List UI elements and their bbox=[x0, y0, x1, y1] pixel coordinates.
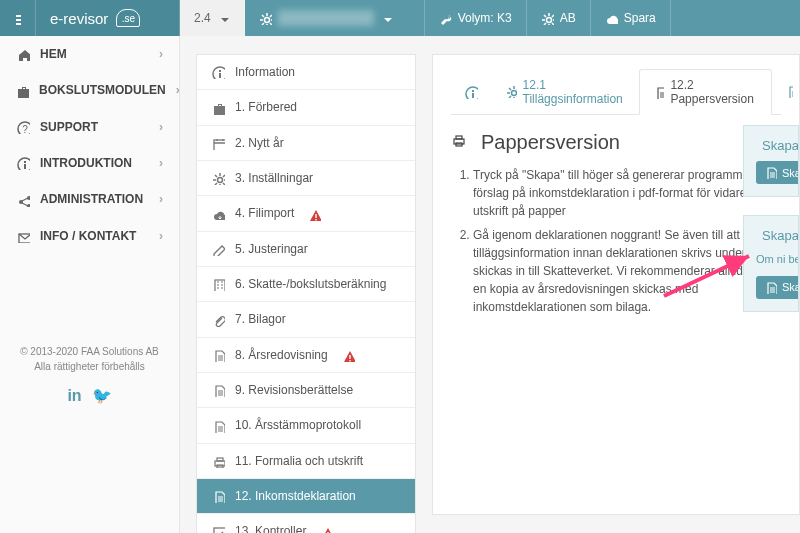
sidebar-item-bokslutsmodulen[interactable]: BOKSLUTSMODULEN› bbox=[0, 72, 179, 108]
doc-icon bbox=[654, 86, 664, 99]
mail-icon bbox=[16, 229, 30, 243]
client-name-blurred: hidden bbox=[278, 10, 374, 26]
tab-elektronisk[interactable]: 12.2 Elekt bbox=[772, 70, 800, 114]
version-label: 2.4 bbox=[194, 11, 211, 25]
sidebar-item-label: HEM bbox=[40, 47, 67, 61]
step-label: Information bbox=[235, 65, 295, 79]
step-item-4[interactable]: 4. Filimport bbox=[197, 196, 415, 231]
chevron-down-icon bbox=[380, 12, 393, 25]
volym-button[interactable]: Volym: K3 bbox=[425, 0, 527, 36]
step-item-2[interactable]: 2. Nytt år bbox=[197, 126, 415, 161]
step-item-0[interactable]: Information bbox=[197, 55, 415, 90]
step-label: 2. Nytt år bbox=[235, 136, 284, 150]
ab-label: AB bbox=[560, 11, 576, 25]
step-item-11[interactable]: 11. Formalia och utskrift bbox=[197, 444, 415, 479]
step-label: 3. Inställningar bbox=[235, 171, 313, 185]
doc-icon bbox=[786, 85, 794, 98]
btn-label: Skapa bbox=[782, 281, 799, 293]
warning-icon bbox=[342, 348, 355, 362]
copyright-line1: © 2013-2020 FAA Solutions AB bbox=[0, 344, 179, 359]
sidebar-item-support[interactable]: SUPPORT› bbox=[0, 109, 179, 145]
volym-label: Volym: K3 bbox=[458, 11, 512, 25]
spara-label: Spara bbox=[624, 11, 656, 25]
step-item-1[interactable]: 1. Förbered bbox=[197, 90, 415, 125]
menu-toggle-button[interactable] bbox=[0, 0, 36, 36]
briefcase-icon bbox=[16, 83, 29, 97]
step-label: 4. Filimport bbox=[235, 206, 294, 220]
bars-icon bbox=[14, 12, 21, 25]
step-label: 5. Justeringar bbox=[235, 242, 308, 256]
step-item-3[interactable]: 3. Inställningar bbox=[197, 161, 415, 196]
skapa-card-2: Skapa Om ni behöver någon anledning viss… bbox=[743, 215, 799, 312]
chevron-right-icon: › bbox=[159, 47, 163, 61]
skapa-button-1[interactable]: Skapa bbox=[756, 161, 799, 184]
step-label: 9. Revisionsberättelse bbox=[235, 383, 353, 397]
chevron-right-icon: › bbox=[159, 120, 163, 134]
chevron-right-icon: › bbox=[159, 156, 163, 170]
ab-button[interactable]: AB bbox=[527, 0, 591, 36]
instruction-2: Gå igenom deklarationen noggrant! Se äve… bbox=[473, 226, 773, 316]
client-selector[interactable]: hidden bbox=[245, 0, 425, 36]
skapa-card-1: Skapa Skapa bbox=[743, 125, 799, 197]
linkedin-icon[interactable]: in bbox=[67, 384, 81, 408]
info-icon bbox=[16, 156, 30, 170]
spara-button[interactable]: Spara bbox=[591, 0, 671, 36]
step-label: 12. Inkomstdeklaration bbox=[235, 489, 356, 503]
sidebar-item-info-kontakt[interactable]: INFO / KONTAKT› bbox=[0, 218, 179, 254]
step-item-9[interactable]: 9. Revisionsberättelse bbox=[197, 373, 415, 408]
step-label: 8. Årsredovisning bbox=[235, 348, 328, 362]
wrench-icon bbox=[439, 12, 452, 25]
step-item-8[interactable]: 8. Årsredovisning bbox=[197, 338, 415, 373]
briefcase-icon bbox=[211, 100, 225, 114]
sidebar-item-hem[interactable]: HEM› bbox=[0, 36, 179, 72]
check-icon bbox=[211, 524, 225, 533]
gear-icon bbox=[506, 85, 517, 98]
warning-icon bbox=[308, 206, 321, 220]
version-selector[interactable]: 2.4 bbox=[180, 0, 245, 36]
edit-icon bbox=[211, 242, 225, 256]
skapa-button-2[interactable]: Skapa bbox=[756, 276, 799, 299]
card-title: Skapa bbox=[762, 138, 799, 153]
body-text: Tryck på "Skapa" till höger så genererar… bbox=[451, 166, 781, 316]
doc-icon bbox=[764, 281, 777, 294]
sidebar-item-label: SUPPORT bbox=[40, 120, 98, 134]
print-icon bbox=[211, 454, 225, 468]
home-icon bbox=[16, 47, 30, 61]
step-label: 1. Förbered bbox=[235, 100, 297, 114]
step-item-10[interactable]: 10. Årsstämmoprotokoll bbox=[197, 408, 415, 443]
gear-icon bbox=[259, 12, 272, 25]
step-item-6[interactable]: 6. Skatte-/bokslutsberäkning bbox=[197, 267, 415, 302]
tabs: 12.1 Tilläggsinformation 12.2 Pappersver… bbox=[451, 69, 781, 115]
copyright-line2: Alla rättigheter förbehålls bbox=[0, 359, 179, 374]
sidebar-item-introduktion[interactable]: INTRODUKTION› bbox=[0, 145, 179, 181]
doc-icon bbox=[211, 383, 225, 397]
logo[interactable]: e-revisor.se bbox=[36, 0, 180, 36]
step-label: 6. Skatte-/bokslutsberäkning bbox=[235, 277, 386, 291]
card-text: Om ni behöver någon anledning vissa just… bbox=[756, 251, 786, 268]
question-icon bbox=[16, 120, 30, 134]
topbar: e-revisor.se 2.4 hidden Volym: K3 AB Spa… bbox=[0, 0, 800, 36]
footer: © 2013-2020 FAA Solutions AB Alla rättig… bbox=[0, 344, 179, 408]
building-icon bbox=[211, 277, 225, 291]
instruction-1: Tryck på "Skapa" till höger så genererar… bbox=[473, 166, 773, 220]
info-icon bbox=[211, 65, 225, 79]
tab-label: 12.1 Tilläggsinformation bbox=[523, 78, 626, 106]
share-icon bbox=[16, 192, 30, 206]
tab-info-icon[interactable] bbox=[451, 76, 492, 107]
sidebar-item-label: ADMINISTRATION bbox=[40, 192, 143, 206]
attach-icon bbox=[211, 312, 225, 326]
sidebar-item-administration[interactable]: ADMINISTRATION› bbox=[0, 181, 179, 217]
step-item-12[interactable]: 12. Inkomstdeklaration bbox=[197, 479, 415, 514]
step-item-5[interactable]: 5. Justeringar bbox=[197, 232, 415, 267]
cloud-upload-icon bbox=[605, 12, 618, 25]
step-item-7[interactable]: 7. Bilagor bbox=[197, 302, 415, 337]
step-item-13[interactable]: 13. Kontroller bbox=[197, 514, 415, 533]
print-icon bbox=[451, 133, 471, 153]
twitter-icon[interactable]: 🐦 bbox=[92, 384, 112, 408]
tab-tillaggsinformation[interactable]: 12.1 Tilläggsinformation bbox=[492, 70, 639, 114]
chevron-right-icon: › bbox=[159, 229, 163, 243]
doc-icon bbox=[764, 166, 777, 179]
calendar-icon bbox=[211, 136, 225, 150]
step-label: 13. Kontroller bbox=[235, 524, 306, 533]
tab-pappersversion[interactable]: 12.2 Pappersversion bbox=[639, 69, 771, 115]
